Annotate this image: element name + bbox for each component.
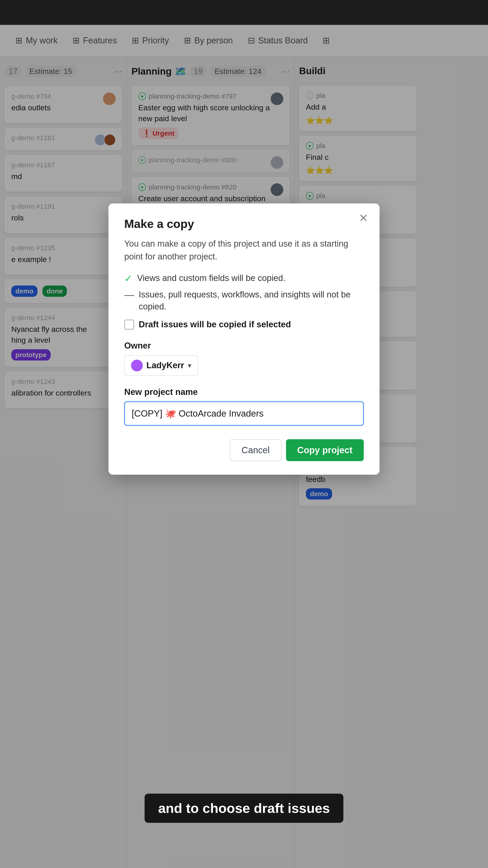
owner-name: LadyKerr (147, 361, 184, 370)
caption-text: and to choose draft issues (158, 801, 330, 816)
draft-issues-checkbox[interactable] (124, 320, 134, 330)
project-name-input[interactable] (124, 401, 364, 426)
check-yes-text: Views and custom fields will be copied. (137, 272, 285, 284)
dash-icon: — (124, 289, 134, 301)
checkmark-icon: ✓ (124, 273, 133, 284)
draft-issues-label: Draft issues will be copied if selected (139, 320, 291, 329)
owner-label: Owner (124, 341, 364, 350)
project-name-label: New project name (124, 387, 364, 397)
modal-description: You can make a copy of this project and … (124, 237, 364, 263)
caption-bar: and to choose draft issues (144, 794, 344, 823)
modal-overlay: ✕ Make a copy You can make a copy of thi… (0, 0, 488, 868)
make-a-copy-modal: ✕ Make a copy You can make a copy of thi… (108, 204, 380, 475)
modal-check-no: — Issues, pull requests, workflows, and … (124, 289, 364, 313)
copy-project-button[interactable]: Copy project (286, 439, 364, 461)
owner-avatar (131, 360, 143, 371)
modal-check-yes: ✓ Views and custom fields will be copied… (124, 272, 364, 284)
modal-title: Make a copy (124, 217, 364, 230)
draft-issues-checkbox-row: Draft issues will be copied if selected (124, 320, 364, 330)
check-no-text: Issues, pull requests, workflows, and in… (139, 289, 364, 313)
owner-dropdown-arrow: ▾ (188, 361, 191, 370)
modal-close-button[interactable]: ✕ (359, 213, 368, 224)
modal-actions: Cancel Copy project (124, 439, 364, 461)
owner-selector[interactable]: LadyKerr ▾ (124, 355, 198, 376)
cancel-button[interactable]: Cancel (230, 439, 282, 461)
